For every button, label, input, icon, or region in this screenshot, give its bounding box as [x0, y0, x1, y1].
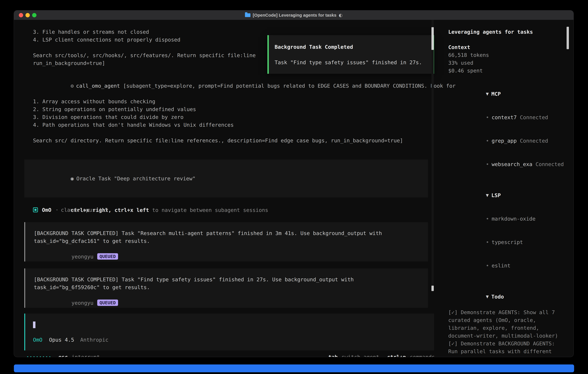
todo-item-line: librarian, explore, frontend,: [448, 324, 568, 332]
esc-hint-key: esc: [58, 354, 68, 357]
ctrlp-hint-label: commands: [410, 354, 435, 357]
context-tokens: 66,518 tokens: [448, 51, 568, 59]
window-title: [OpenCode] Leveraging agents for tasks ◐: [245, 13, 343, 18]
session-title: Leveraging agents for tasks: [448, 28, 568, 36]
close-button[interactable]: [19, 13, 23, 17]
context-spent: $0.46 spent: [448, 67, 568, 75]
tool-name: call_omo_agent: [76, 83, 120, 89]
mcp-item-name: websearch_exa: [492, 161, 532, 167]
tool-call-block: ⚙call_omo_agent[subagent_type=explore, p…: [33, 74, 442, 145]
tab-hint-key: tab: [328, 354, 338, 357]
provider-label: Anthropic: [80, 337, 108, 343]
message-author: yeongyu: [72, 254, 94, 260]
lsp-item-name: typescript: [492, 239, 523, 245]
ctrlp-hint-key: ctrl+p: [387, 354, 406, 357]
todo-item-line: [✓] Demonstrate AGENTS: Show all 7: [448, 309, 568, 316]
mcp-header-label: MCP: [491, 91, 501, 97]
input-meta-row: OmO Opus 4.5 Anthropic: [33, 337, 434, 343]
folder-icon: [245, 13, 251, 17]
status-badge: QUEUED: [97, 253, 118, 260]
todo-header[interactable]: ▼Todo: [448, 285, 568, 309]
todo-section: ▼Todo [✓] Demonstrate AGENTS: Show all 7…: [448, 285, 568, 357]
context-header: Context: [448, 43, 568, 51]
titlebar[interactable]: [OpenCode] Leveraging agents for tasks ◐: [14, 10, 574, 20]
oracle-task-title: Oracle Task "Deep architecture review": [76, 176, 196, 181]
bullet-icon: •: [486, 216, 489, 222]
tool-call-line: ⚙call_omo_agent[subagent_type=explore, p…: [33, 74, 442, 98]
message-author: yeongyu: [72, 300, 94, 306]
terminal-window: [OpenCode] Leveraging agents for tasks ◐…: [14, 10, 574, 357]
lsp-item: •eslint: [448, 254, 568, 277]
spinner-dots-icon: ••••••••: [26, 355, 52, 357]
output-line: 3. File handles or streams not closed: [33, 28, 442, 36]
mcp-item: •grep_appConnected: [448, 129, 568, 153]
todo-item-line: Run parallel tasks with different: [448, 348, 568, 355]
todo-header-label: Todo: [491, 294, 504, 300]
desktop: [OpenCode] Leveraging agents for tasks ◐…: [0, 0, 588, 374]
main-scrollbar-thumb-lower[interactable]: [431, 286, 434, 291]
notification-body: Task "Find type safety issues" finished …: [275, 59, 433, 66]
bullet-icon: •: [486, 161, 489, 167]
agent-name: OmO: [42, 207, 51, 213]
lsp-section: ▼LSP •markdown-oxide •typescript •eslint: [448, 184, 568, 277]
background-task-message: [BACKGROUND TASK COMPLETED] Task "Find t…: [24, 269, 428, 308]
output-line: 2. String operations on potentially unde…: [33, 105, 442, 113]
lsp-item: •markdown-oxide: [448, 207, 568, 230]
context-section: Context 66,518 tokens 33% used $0.46 spe…: [448, 43, 568, 75]
mcp-item-status: Connected: [536, 161, 564, 167]
output-line: [33, 129, 442, 137]
mcp-item-name: grep_app: [492, 138, 517, 144]
agent-checkbox-icon: [33, 208, 38, 212]
output-line: 1. Array access without bounds checking: [33, 98, 442, 105]
prompt-input[interactable]: OmO Opus 4.5 Anthropic: [24, 313, 434, 350]
chevron-down-icon: ▼: [486, 294, 489, 299]
output-line: Search src/ directory. Return specific f…: [33, 137, 442, 145]
session-sidebar: Leveraging agents for tasks Context 66,5…: [442, 20, 574, 357]
output-line: 3. Division operations that could divide…: [33, 113, 442, 121]
lsp-header[interactable]: ▼LSP: [448, 184, 568, 207]
oracle-task-panel: ◉Oracle Task "Deep architecture review" …: [24, 159, 428, 197]
sidebar-scrollbar-thumb[interactable]: [567, 27, 569, 49]
message-line: [BACKGROUND TASK COMPLETED] Task "Find t…: [34, 276, 428, 283]
mcp-item-status: Connected: [520, 114, 548, 120]
context-used: 33% used: [448, 59, 568, 67]
status-bar-hints: tab switch agent ctrl+p commands: [328, 354, 435, 357]
notification-toast[interactable]: Background Task Completed Task "Find typ…: [267, 35, 434, 74]
todo-item-line: [✓] Demonstrate BACKGROUND AGENTS:: [448, 340, 568, 348]
zoom-button[interactable]: [32, 13, 36, 17]
tab-hint-label: switch agent: [341, 354, 379, 357]
main-scrollbar-track[interactable]: [431, 20, 434, 292]
todo-item-line: curated agents (OmO, oracle,: [448, 316, 568, 324]
mcp-section: ▼MCP •context7Connected •grep_appConnect…: [448, 82, 568, 176]
bullet-icon: •: [486, 263, 489, 269]
terminal-main: 3. File handles or streams not closed 4.…: [14, 20, 442, 357]
message-meta: yeongyuQUEUED: [34, 245, 428, 269]
background-window-edge[interactable]: [14, 364, 574, 372]
hint-text: to navigate between subagent sessions: [149, 207, 268, 213]
status-badge: QUEUED: [97, 300, 118, 306]
separator-dot: ·: [55, 207, 59, 213]
lsp-item: •typescript: [448, 230, 568, 254]
chevron-down-icon: ▼: [486, 92, 489, 96]
traffic-lights: [19, 10, 36, 20]
output-line: 4. Path operations that don't handle Win…: [33, 121, 442, 129]
bullet-icon: •: [486, 114, 489, 120]
message-line: [BACKGROUND TASK COMPLETED] Task "Resear…: [34, 229, 428, 237]
main-scrollbar-thumb[interactable]: [431, 27, 434, 50]
message-meta: yeongyuQUEUED: [34, 291, 428, 315]
agent-model: claude-opus-4-5: [61, 207, 108, 213]
todo-item-line: document-writer, multimodal-looker): [448, 332, 568, 340]
mcp-item: •websearch_exaConnected: [448, 153, 568, 176]
mcp-header[interactable]: ▼MCP: [448, 82, 568, 106]
active-agent-label: OmO: [33, 337, 42, 343]
status-bar: •••••••• esc interrupt tab switch agent …: [14, 353, 442, 357]
notification-title: Background Task Completed: [275, 43, 433, 51]
todo-item-line: models: [448, 355, 568, 357]
target-icon: ◉: [71, 176, 74, 181]
lsp-header-label: LSP: [491, 192, 501, 198]
message-line: task_id="bg_dcfac161" to get results.: [34, 237, 428, 245]
esc-hint-label: interrupt: [72, 354, 100, 357]
mcp-item: •context7Connected: [448, 106, 568, 129]
minimize-button[interactable]: [25, 13, 30, 17]
gear-icon: ⚙: [71, 83, 74, 89]
